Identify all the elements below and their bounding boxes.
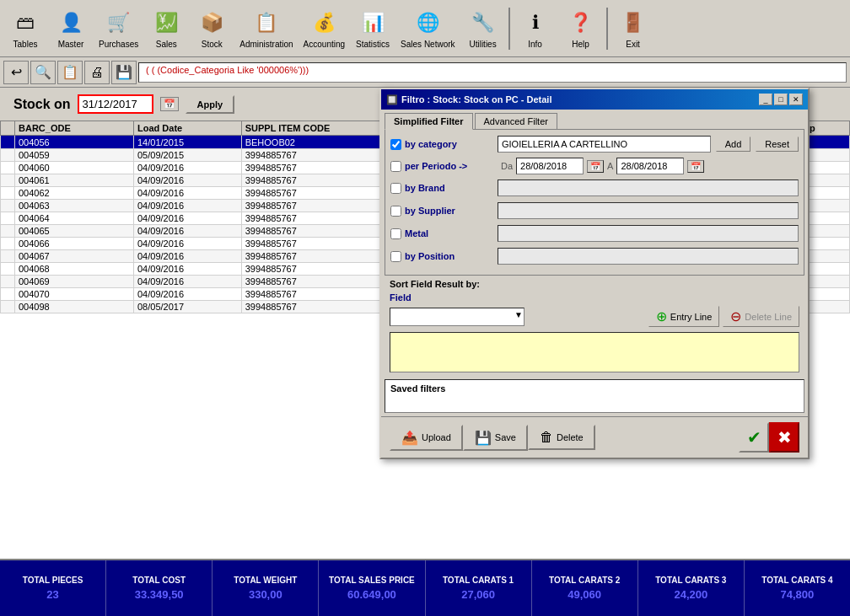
cell-date: 04/09/2016 <box>133 238 241 250</box>
close-button[interactable]: ✕ <box>789 94 803 105</box>
footer-cell-label: TOTAL COST <box>132 576 186 585</box>
checkbox-by-brand[interactable] <box>390 183 401 194</box>
footer-cell-value: 330,00 <box>249 588 282 601</box>
cancel-button[interactable]: ✖ <box>769 422 799 453</box>
save-label: Save <box>495 432 516 442</box>
col-loaddate[interactable]: Load Date <box>133 121 241 136</box>
cell-barcode: 004068 <box>15 263 134 276</box>
back-button[interactable]: ↩ <box>3 61 29 84</box>
toolbar-accounting[interactable]: 💰 Accounting <box>299 3 349 55</box>
cell-barcode: 004063 <box>15 200 134 212</box>
cell-date: 08/05/2017 <box>133 301 241 313</box>
exit-icon: 🚪 <box>618 8 648 38</box>
ok-button[interactable]: ✔ <box>739 422 769 453</box>
toolbar-separator2 <box>606 8 608 50</box>
upload-button[interactable]: 📤 Upload <box>390 425 463 451</box>
a-calendar-button[interactable]: 📅 <box>687 160 704 173</box>
footer-cell-label: TOTAL CARATS 3 <box>655 576 726 585</box>
row-indicator <box>1 200 15 212</box>
toolbar-sales-network[interactable]: 🌐 Sales Network <box>396 3 459 55</box>
footer-cell: TOTAL CARATS 4 74,800 <box>745 560 850 616</box>
delete-icon: 🗑 <box>540 430 553 445</box>
maximize-button[interactable]: □ <box>774 94 788 105</box>
input-a-date[interactable] <box>616 158 684 174</box>
search-button[interactable]: 🔍 <box>30 61 56 84</box>
footer-cell: TOTAL COST 33.349,50 <box>106 560 212 616</box>
reset-button[interactable]: Reset <box>756 137 799 152</box>
toolbar-help[interactable]: ❓ Help <box>559 3 603 55</box>
sales-network-icon: 🌐 <box>412 8 443 38</box>
toolbar-info[interactable]: ℹ Info <box>514 3 557 55</box>
utilities-label: Utilities <box>469 40 496 49</box>
statistics-icon: 📊 <box>358 8 388 38</box>
accounting-icon: 💰 <box>309 8 339 38</box>
cell-barcode: 004098 <box>15 301 134 313</box>
toolbar-stock[interactable]: 📦 Stock <box>190 3 234 55</box>
stock-label: Stock <box>202 40 223 49</box>
footer-cell: TOTAL CARATS 2 49,060 <box>532 560 638 616</box>
toolbar-tables[interactable]: 🗃 Tables <box>3 3 47 55</box>
cell-date: 04/09/2016 <box>133 250 241 263</box>
stock-title: Stock on <box>13 97 71 112</box>
input-by-brand[interactable] <box>498 179 799 196</box>
filter-icon: 🔲 <box>386 94 398 105</box>
help-label: Help <box>572 40 589 49</box>
tab-simplified-filter[interactable]: Simplified Filter <box>385 113 473 130</box>
statistics-label: Statistics <box>356 40 390 49</box>
filter-display-text: ( ( (Codice_Categoria Like '000006%'))) <box>138 62 847 83</box>
input-by-position[interactable] <box>498 248 799 265</box>
upload-icon: 📤 <box>401 430 418 446</box>
delete-line-button[interactable]: ⊖ Delete Line <box>723 306 799 327</box>
toolbar-administration[interactable]: 📋 Administration <box>235 3 297 55</box>
administration-label: Administration <box>239 40 293 49</box>
field-select[interactable] <box>390 308 525 326</box>
delete-filter-button[interactable]: 🗑 Delete <box>528 425 595 450</box>
label-by-supplier: by Supplier <box>405 206 498 216</box>
tab-advanced-filter[interactable]: Advanced Filter <box>475 113 557 129</box>
stock-date-input[interactable] <box>78 94 153 114</box>
save-toolbar-button[interactable]: 💾 <box>111 61 137 84</box>
cell-date: 04/09/2016 <box>133 162 241 174</box>
window-buttons: _ □ ✕ <box>759 94 803 105</box>
checkbox-by-position[interactable] <box>390 251 401 262</box>
sort-section: Sort Field Result by: Field ▼ ⊕ Entry Li… <box>385 276 804 379</box>
input-by-category[interactable] <box>498 136 711 153</box>
calendar-button[interactable]: 📅 <box>160 97 179 111</box>
entry-line-button[interactable]: ⊕ Entry Line <box>648 306 720 327</box>
input-by-supplier[interactable] <box>498 202 799 219</box>
toolbar-sales[interactable]: 💹 Sales <box>144 3 188 55</box>
remove-circle-icon: ⊖ <box>730 308 741 324</box>
purchases-icon: 🛒 <box>104 8 134 38</box>
toolbar-purchases[interactable]: 🛒 Purchases <box>94 3 143 55</box>
save-icon: 💾 <box>475 430 492 446</box>
row-indicator <box>1 238 15 250</box>
apply-button[interactable]: Apply <box>186 95 235 114</box>
footer-cell-value: 33.349,50 <box>135 588 184 601</box>
filter-row-category: by category Add Reset <box>390 135 799 153</box>
main-toolbar: 🗃 Tables 👤 Master 🛒 Purchases 💹 Sales 📦 … <box>0 0 850 57</box>
toolbar-utilities[interactable]: 🔧 Utilities <box>461 3 505 55</box>
checkbox-by-supplier[interactable] <box>390 206 401 217</box>
saved-filters-section: Saved filters <box>385 379 804 413</box>
toolbar-master[interactable]: 👤 Master <box>49 3 93 55</box>
field-select-wrapper: ▼ <box>390 308 525 326</box>
checkbox-metal[interactable] <box>390 228 401 239</box>
input-metal[interactable] <box>498 225 799 242</box>
add-button[interactable]: Add <box>716 137 751 152</box>
da-calendar-button[interactable]: 📅 <box>587 160 604 173</box>
toolbar-exit[interactable]: 🚪 Exit <box>611 3 655 55</box>
cell-date: 04/09/2016 <box>133 200 241 212</box>
col-barcode[interactable]: BARC_ODE <box>15 121 134 136</box>
toolbar-statistics[interactable]: 📊 Statistics <box>351 3 395 55</box>
footer-totals: TOTAL PIECES 23 TOTAL COST 33.349,50 TOT… <box>0 559 850 616</box>
row-indicator <box>1 225 15 238</box>
checkbox-per-periodo[interactable] <box>390 161 401 172</box>
checkbox-by-category[interactable] <box>390 139 401 150</box>
footer-cell: TOTAL CARATS 3 24,200 <box>638 560 745 616</box>
filter-row-supplier: by Supplier <box>390 201 799 220</box>
print-button[interactable]: 🖨 <box>84 61 110 84</box>
copy-button[interactable]: 📋 <box>57 61 83 84</box>
minimize-button[interactable]: _ <box>759 94 772 105</box>
input-da-date[interactable] <box>516 158 584 174</box>
save-filter-button[interactable]: 💾 Save <box>463 425 528 451</box>
